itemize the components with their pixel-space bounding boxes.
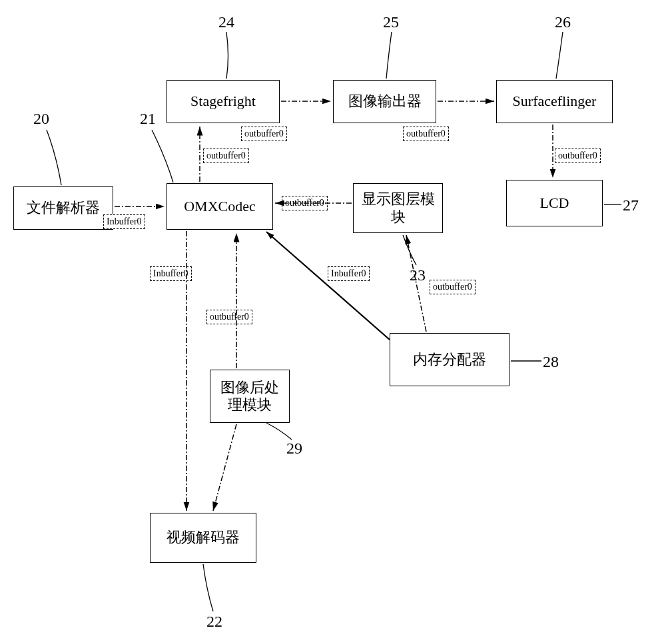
buf-outbuffer0-3: outbuffer0 xyxy=(206,310,252,324)
buf-outbuffer0-6: outbuffer0 xyxy=(403,127,449,141)
box-file-parser: 文件解析器 xyxy=(13,186,113,230)
buf-inbuffer0-1: Inbuffer0 xyxy=(103,214,145,229)
ref-27: 27 xyxy=(623,196,639,214)
box-label: 显示图层模 块 xyxy=(362,190,435,226)
box-image-output: 图像输出器 xyxy=(333,80,436,123)
svg-line-6 xyxy=(266,232,390,340)
buf-outbuffer0-8: outbuffer0 xyxy=(282,196,328,210)
ref-20: 20 xyxy=(33,110,49,128)
buf-outbuffer0-10: outbuffer0 xyxy=(430,280,476,294)
buf-inbuffer0-9: Inbuffer0 xyxy=(328,266,370,281)
box-mem-allocator: 内存分配器 xyxy=(390,333,509,386)
box-label: 视频解码器 xyxy=(166,529,240,546)
box-omxcodec: OMXCodec xyxy=(166,183,273,230)
ref-23: 23 xyxy=(410,266,426,284)
buf-outbuffer0-5: outbuffer0 xyxy=(241,127,287,141)
box-label: 图像后处 理模块 xyxy=(220,379,279,414)
ref-22: 22 xyxy=(206,613,222,631)
buf-outbuffer0-4: outbuffer0 xyxy=(203,149,249,163)
ref-24: 24 xyxy=(218,13,234,31)
svg-line-10 xyxy=(213,424,236,511)
ref-25: 25 xyxy=(383,13,399,31)
ref-29: 29 xyxy=(286,440,302,458)
buf-inbuffer0-2: Inbuffer0 xyxy=(150,266,192,281)
box-lcd: LCD xyxy=(506,180,603,226)
box-label: 图像输出器 xyxy=(348,93,422,110)
box-label: LCD xyxy=(540,194,569,212)
box-display-layer: 显示图层模 块 xyxy=(353,183,443,233)
box-label: Stagefright xyxy=(190,93,256,110)
ref-21: 21 xyxy=(140,110,156,128)
diagram-canvas: 文件解析器 OMXCodec Stagefright 图像输出器 Surface… xyxy=(0,0,666,644)
box-label: 文件解析器 xyxy=(27,199,100,216)
box-stagefright: Stagefright xyxy=(166,80,280,123)
ref-26: 26 xyxy=(555,13,571,31)
box-label: OMXCodec xyxy=(184,198,256,215)
box-video-decoder: 视频解码器 xyxy=(150,513,256,563)
ref-28: 28 xyxy=(543,353,559,371)
buf-outbuffer0-7: outbuffer0 xyxy=(555,149,601,163)
box-label: 内存分配器 xyxy=(413,351,486,368)
box-image-post: 图像后处 理模块 xyxy=(210,370,290,423)
box-surfaceflinger: Surfaceflinger xyxy=(496,80,613,123)
box-label: Surfaceflinger xyxy=(513,93,597,110)
